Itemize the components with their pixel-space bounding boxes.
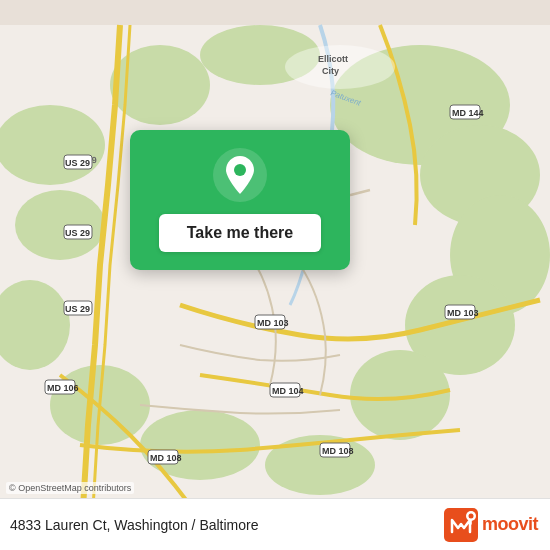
- take-me-there-button[interactable]: Take me there: [159, 214, 321, 252]
- svg-text:MD 106: MD 106: [47, 383, 79, 393]
- map-pin-icon: [213, 148, 267, 202]
- svg-text:Ellicott: Ellicott: [318, 54, 348, 64]
- svg-text:MD 104: MD 104: [272, 386, 304, 396]
- svg-point-6: [0, 105, 105, 185]
- map-background: Ellicott City US 29 US 29 US 29 US 29 MD…: [0, 0, 550, 550]
- moovit-brand-text: moovit: [482, 514, 538, 535]
- svg-text:US 29: US 29: [65, 228, 90, 238]
- osm-credit: © OpenStreetMap contributors: [6, 482, 134, 494]
- svg-text:MD 108: MD 108: [322, 446, 354, 456]
- svg-text:US 29: US 29: [65, 304, 90, 314]
- svg-point-14: [285, 45, 395, 89]
- svg-text:City: City: [322, 66, 339, 76]
- svg-text:MD 144: MD 144: [452, 108, 484, 118]
- location-card: Take me there: [130, 130, 350, 270]
- svg-point-40: [234, 164, 246, 176]
- svg-text:MD 108: MD 108: [150, 453, 182, 463]
- svg-text:MD 103: MD 103: [257, 318, 289, 328]
- svg-text:MD 103: MD 103: [447, 308, 479, 318]
- svg-text:US 29: US 29: [65, 158, 90, 168]
- moovit-logo: moovit: [444, 508, 538, 542]
- address-text: 4833 Lauren Ct, Washington / Baltimore: [10, 517, 259, 533]
- svg-point-43: [468, 513, 473, 518]
- bottom-bar: 4833 Lauren Ct, Washington / Baltimore m…: [0, 498, 550, 550]
- svg-point-7: [15, 190, 105, 260]
- svg-point-10: [140, 410, 260, 480]
- moovit-brand-icon: [444, 508, 478, 542]
- map-container: Ellicott City US 29 US 29 US 29 US 29 MD…: [0, 0, 550, 550]
